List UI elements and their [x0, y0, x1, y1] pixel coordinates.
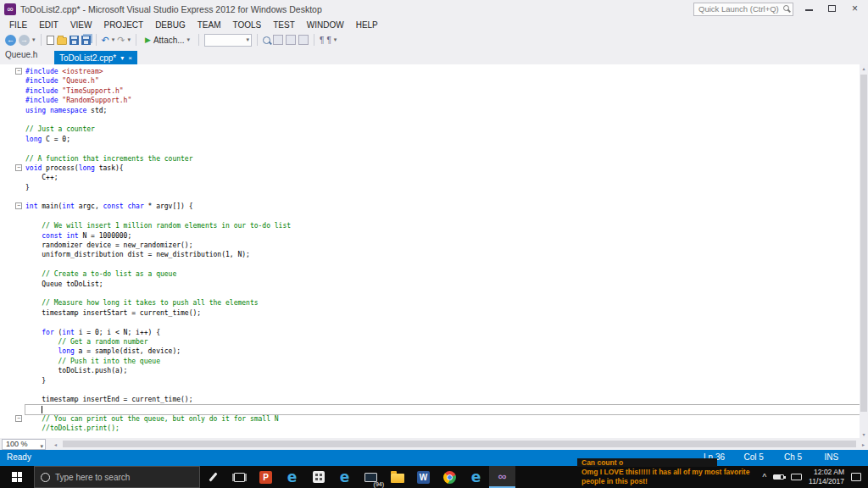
code-line[interactable]: long a = sample(dist, device); [25, 347, 860, 356]
comment-icon[interactable] [273, 35, 283, 45]
vertical-scrollbar[interactable]: ▴ ▾ [860, 64, 868, 438]
menu-team[interactable]: TEAM [192, 20, 227, 30]
menu-window[interactable]: WINDOW [301, 20, 350, 30]
quick-launch-input[interactable]: Quick Launch (Ctrl+Q) [693, 3, 793, 16]
navigate-forward-icon[interactable]: → [19, 35, 30, 46]
code-line[interactable]: for (int i = 0; i < N; i++) { [25, 328, 860, 337]
code-line[interactable] [25, 144, 860, 153]
attach-button[interactable]: ▶ Attach... ▾ [142, 36, 193, 45]
code-editor[interactable]: −#include <iostream>#include "Queue.h"#i… [0, 64, 868, 438]
taskbar-file-explorer-button[interactable] [384, 466, 410, 488]
action-center-icon[interactable] [851, 473, 861, 481]
fold-collapse-icon[interactable]: − [15, 202, 22, 209]
horizontal-scrollbar[interactable]: ◂ ▸ [53, 438, 866, 450]
taskbar-store-button[interactable] [305, 466, 331, 488]
taskbar-monitor-button[interactable]: (94) [358, 466, 384, 488]
code-line[interactable]: // Measure how long it takes to push all… [25, 298, 860, 308]
code-line[interactable]: Queue toDoList; [25, 280, 860, 289]
fold-collapse-icon[interactable]: − [15, 164, 22, 171]
new-file-icon[interactable] [47, 36, 54, 45]
redo-dropdown-caret[interactable]: ▾ [127, 36, 131, 43]
toolbar-overflow-button[interactable]: ▾ [334, 36, 337, 43]
navigate-back-icon[interactable]: ← [5, 35, 16, 46]
tab-dropdown-caret[interactable]: ▾ [120, 54, 124, 62]
redo-icon[interactable]: ↷ [117, 36, 125, 45]
undo-dropdown-caret[interactable]: ▾ [112, 36, 115, 43]
code-line[interactable] [25, 260, 860, 269]
code-line[interactable]: randomizer device = new_randomizer(); [25, 241, 860, 250]
save-icon[interactable] [70, 36, 79, 45]
taskbar-edge-button-2[interactable]: e [331, 466, 358, 488]
fold-collapse-icon[interactable]: − [15, 415, 22, 422]
code-area[interactable]: −#include <iostream>#include "Queue.h"#i… [0, 67, 860, 438]
undo-icon[interactable]: ↶ [102, 36, 109, 45]
taskbar-word-button[interactable]: W [410, 466, 437, 488]
code-line[interactable]: timestamp insertEnd = current_time(); [25, 395, 860, 404]
close-button[interactable]: × [843, 0, 866, 16]
horizontal-scroll-thumb[interactable] [63, 441, 856, 447]
menu-debug[interactable]: DEBUG [149, 20, 192, 30]
code-line[interactable]: } [25, 183, 860, 192]
code-line[interactable] [25, 115, 860, 125]
menu-project[interactable]: PROJECT [97, 20, 149, 30]
save-all-icon[interactable] [81, 36, 91, 45]
uncomment-icon[interactable] [286, 35, 296, 45]
find-in-files-icon[interactable] [263, 36, 270, 44]
code-line[interactable] [25, 405, 860, 414]
navigate-dropdown-caret[interactable]: ▾ [32, 36, 36, 43]
menu-edit[interactable]: EDIT [33, 20, 64, 30]
taskbar-edge-button-3[interactable]: e [463, 466, 489, 488]
zoom-dropdown[interactable]: 100 % ▾ [2, 439, 46, 450]
code-line[interactable]: long C = 0; [25, 135, 860, 144]
minimize-button[interactable] [798, 0, 821, 16]
menu-view[interactable]: VIEW [64, 20, 98, 30]
vertical-scroll-thumb[interactable] [860, 75, 867, 412]
formatting-marks-icon-2[interactable]: ¶ [326, 36, 331, 45]
code-line[interactable]: #include "TimeSupport.h" [25, 86, 860, 96]
open-file-icon[interactable] [57, 37, 67, 45]
formatting-marks-icon[interactable]: ¶ [320, 36, 324, 45]
taskbar-powerpoint-button[interactable]: P [253, 466, 279, 488]
code-line[interactable]: // Create a to-do list as a queue [25, 269, 860, 279]
code-line[interactable]: −#include <iostream> [25, 67, 860, 76]
taskbar-visual-studio-button[interactable]: ∞ [489, 466, 515, 488]
bookmark-icon[interactable] [298, 35, 309, 45]
menu-file[interactable]: FILE [3, 20, 33, 30]
code-line[interactable]: −int main(int argc, const char * argv[])… [25, 202, 860, 211]
tab-close-icon[interactable]: × [128, 54, 132, 62]
code-line[interactable]: #include "Queue.h" [25, 76, 860, 86]
code-line[interactable]: } [25, 376, 860, 385]
code-line[interactable]: //toDoList.print(); [25, 424, 860, 433]
menu-help[interactable]: HELP [350, 20, 384, 30]
scroll-down-icon[interactable]: ▾ [860, 431, 868, 437]
start-button[interactable] [0, 466, 34, 488]
code-line[interactable]: toDoList.push(a); [25, 366, 860, 375]
code-line[interactable] [25, 212, 860, 221]
tab-todolist2-active[interactable]: ToDoList2.cpp* ▾ × [54, 51, 137, 64]
code-line[interactable]: timestamp insertStart = current_time(); [25, 308, 860, 318]
fold-collapse-icon[interactable]: − [15, 68, 22, 75]
code-line[interactable]: uniform_distribution dist = new_distribu… [25, 250, 860, 259]
solution-configurations-dropdown[interactable]: ▾ [204, 34, 252, 47]
restore-button[interactable] [821, 0, 843, 16]
code-line[interactable]: #include "RandomSupport.h" [25, 96, 860, 105]
code-line[interactable]: using namespace std; [25, 106, 860, 115]
menu-test[interactable]: TEST [267, 20, 301, 30]
scroll-up-icon[interactable]: ▴ [860, 65, 868, 71]
code-line[interactable]: // We will insert 1 million random eleme… [25, 221, 860, 230]
code-line[interactable]: // A function that increments the counte… [25, 154, 860, 164]
scroll-right-icon[interactable]: ▸ [862, 441, 865, 447]
taskbar-search-input[interactable]: Type here to search [34, 466, 200, 488]
code-line[interactable] [25, 192, 860, 202]
taskbar-edge-button-1[interactable]: e [279, 466, 305, 488]
code-line[interactable]: // Push it into the queue [25, 357, 860, 366]
code-line[interactable]: // Just a counter [25, 125, 860, 134]
taskbar-chrome-button[interactable] [437, 466, 463, 488]
code-line[interactable] [25, 318, 860, 327]
code-line[interactable]: // Get a random number [25, 337, 860, 347]
menu-tools[interactable]: TOOLS [226, 20, 267, 30]
code-line[interactable]: C++; [25, 173, 860, 182]
taskbar-pen-button[interactable] [200, 466, 226, 488]
code-line[interactable]: −void process(long task){ [25, 164, 860, 173]
tab-queue-h[interactable]: Queue.h [5, 50, 37, 59]
